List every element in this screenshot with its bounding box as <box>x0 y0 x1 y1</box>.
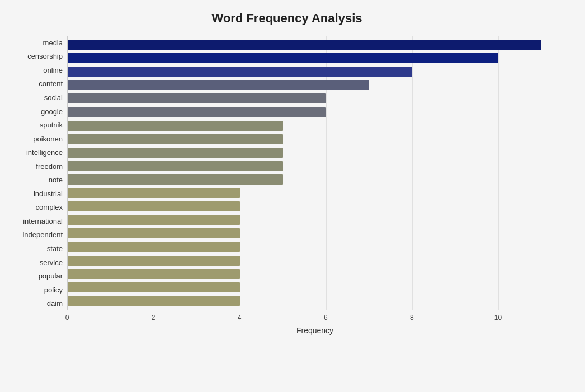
x-tick-label: 8 <box>410 314 414 322</box>
bar <box>68 161 283 171</box>
bar <box>68 228 240 238</box>
y-axis: mediacensorshiponlinecontentsocialgoogle… <box>11 36 67 310</box>
bar-row <box>68 147 563 159</box>
bar <box>68 93 326 103</box>
bar-row <box>68 295 563 307</box>
bar <box>68 121 283 131</box>
bar-row <box>68 268 563 280</box>
bar <box>68 53 498 63</box>
chart-title: Word Frequency Analysis <box>11 11 563 26</box>
bar-row <box>68 240 563 253</box>
y-label: freedom <box>36 159 63 173</box>
y-label: online <box>43 63 63 77</box>
bar-row <box>68 254 563 267</box>
bar <box>68 80 369 90</box>
x-tick-label: 0 <box>65 314 69 322</box>
bar-row <box>68 227 563 239</box>
y-label: google <box>41 105 63 118</box>
bar <box>68 242 240 252</box>
y-label: sputnik <box>40 119 63 132</box>
bar <box>68 256 240 266</box>
y-label: censorship <box>27 50 63 63</box>
y-label: poikonen <box>33 132 63 145</box>
bar-row <box>68 65 563 78</box>
y-label: note <box>49 173 63 187</box>
y-label: media <box>43 36 63 49</box>
bar <box>68 201 240 211</box>
x-axis-title: Frequency <box>67 326 563 335</box>
bar-row <box>68 173 563 186</box>
bar-row <box>68 200 563 212</box>
y-label: content <box>39 77 63 91</box>
chart-area: mediacensorshiponlinecontentsocialgoogle… <box>11 36 563 310</box>
bar <box>68 282 240 292</box>
y-label: international <box>23 214 63 228</box>
y-label: state <box>47 242 63 255</box>
x-tick-label: 4 <box>238 314 242 322</box>
bar-row <box>68 214 563 226</box>
x-tick-label: 6 <box>324 314 328 322</box>
bar-row <box>68 281 563 294</box>
bar <box>68 107 326 117</box>
x-tick-label: 2 <box>152 314 155 322</box>
bar <box>68 67 412 77</box>
x-tick-label: 10 <box>494 314 502 322</box>
bar-row <box>68 39 563 51</box>
y-label: policy <box>44 283 63 296</box>
bar-row <box>68 92 563 105</box>
bar-row <box>68 106 563 119</box>
y-label: popular <box>39 270 63 283</box>
bar <box>68 188 240 198</box>
bar-row <box>68 160 563 172</box>
bar-row <box>68 52 563 64</box>
bar <box>68 148 283 158</box>
y-label: service <box>40 256 63 269</box>
bar <box>68 269 240 279</box>
bar <box>68 296 240 306</box>
y-label: daim <box>47 297 63 310</box>
bar-row <box>68 120 563 132</box>
bar-row <box>68 79 563 91</box>
y-label: social <box>44 91 63 104</box>
plot-area <box>67 36 563 310</box>
y-label: independent <box>22 228 63 242</box>
bar <box>68 215 240 225</box>
y-label: complex <box>36 201 63 214</box>
bar <box>68 134 283 144</box>
bar-row <box>68 133 563 145</box>
chart-container: Word Frequency Analysis mediacensorshipo… <box>0 0 585 392</box>
bar <box>68 174 283 185</box>
bar-row <box>68 187 563 199</box>
y-label: intelligence <box>26 146 63 159</box>
y-label: industrial <box>34 187 63 200</box>
bar <box>68 40 541 50</box>
